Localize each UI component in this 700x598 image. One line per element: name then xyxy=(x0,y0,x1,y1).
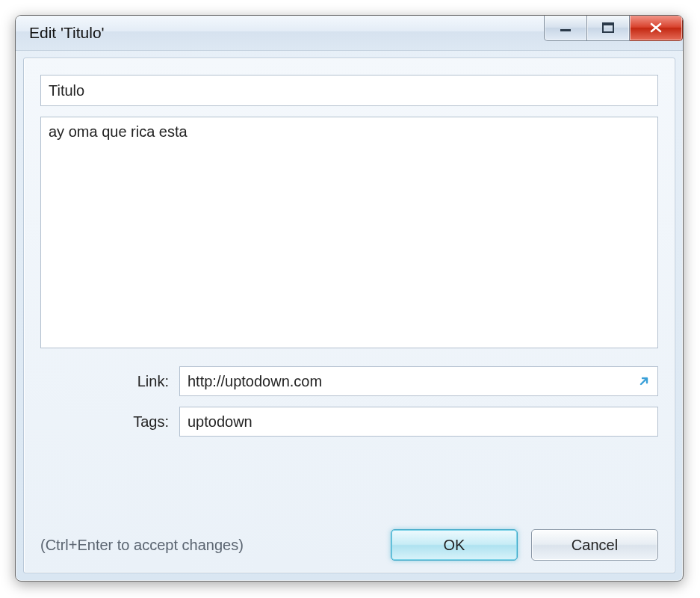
dialog-client-area: ay oma que rica esta Link: Tags: xyxy=(23,58,675,573)
window-title: Edit 'Titulo' xyxy=(29,24,105,42)
tags-field-wrap xyxy=(179,407,658,437)
dialog-footer: (Ctrl+Enter to accept changes) OK Cancel xyxy=(40,516,658,561)
close-button[interactable] xyxy=(630,15,683,41)
tags-label: Tags: xyxy=(40,413,179,431)
minimize-button[interactable] xyxy=(544,15,587,41)
cancel-button[interactable]: Cancel xyxy=(531,529,658,561)
open-link-icon[interactable] xyxy=(636,373,652,389)
close-icon xyxy=(648,22,663,34)
tags-input[interactable] xyxy=(179,407,658,437)
link-input[interactable] xyxy=(179,366,658,396)
link-field-wrap xyxy=(179,366,658,396)
dialog-window: Edit 'Titulo' ay oma que rica esta Link: xyxy=(15,15,684,582)
tags-row: Tags: xyxy=(40,407,658,437)
form-rows: Link: Tags: xyxy=(40,366,658,447)
body-textarea[interactable]: ay oma que rica esta xyxy=(40,117,658,348)
link-row: Link: xyxy=(40,366,658,396)
titlebar[interactable]: Edit 'Titulo' xyxy=(16,16,683,51)
maximize-button[interactable] xyxy=(587,15,630,41)
svg-rect-2 xyxy=(603,23,613,25)
link-label: Link: xyxy=(40,373,179,390)
title-input[interactable] xyxy=(40,75,658,106)
maximize-icon xyxy=(601,22,615,33)
svg-rect-0 xyxy=(560,29,571,31)
minimize-icon xyxy=(559,22,572,33)
shortcut-hint: (Ctrl+Enter to accept changes) xyxy=(40,537,244,554)
ok-button[interactable]: OK xyxy=(391,529,518,561)
window-controls xyxy=(544,16,683,50)
